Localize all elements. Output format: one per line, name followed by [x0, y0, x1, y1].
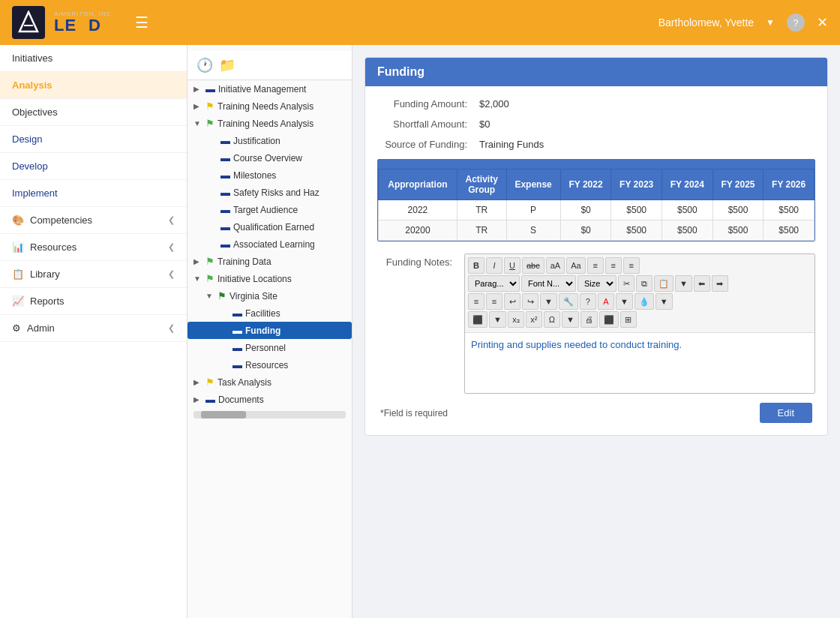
- print-button[interactable]: 🖨: [580, 311, 598, 328]
- sidebar-item-reports[interactable]: 📈 Reports: [0, 288, 187, 315]
- table-dropdown[interactable]: ▼: [489, 311, 506, 328]
- editor-content[interactable]: Printing and supplies needed to conduct …: [465, 333, 814, 393]
- col-fy2022: FY 2022: [560, 170, 611, 200]
- cell-appropriation-2: 20200: [379, 220, 458, 241]
- size-select[interactable]: Size: [578, 275, 616, 292]
- flag-icon: ⚑: [206, 118, 214, 129]
- redo-button[interactable]: ↪: [522, 293, 538, 310]
- tree-node-resources[interactable]: ▬ Resources: [188, 356, 352, 374]
- unordered-list-button[interactable]: ≡: [468, 293, 484, 310]
- font-select[interactable]: Font N...: [521, 275, 576, 292]
- sidebar-label-library: Library: [30, 268, 60, 280]
- user-dropdown-icon[interactable]: ▼: [766, 17, 775, 28]
- sidebar-item-competencies[interactable]: 🎨 Competencies ❮: [0, 207, 187, 234]
- tree-node-facilities[interactable]: ▬ Facilities: [188, 304, 352, 322]
- superscript-button[interactable]: x²: [526, 311, 542, 328]
- tree-node-initiative-mgmt[interactable]: ▶ ▬ Initiative Management: [188, 80, 352, 98]
- underline-button[interactable]: U: [504, 257, 520, 274]
- italic-button[interactable]: I: [486, 257, 502, 274]
- cell-fy25-2: $500: [712, 220, 764, 241]
- funding-table: Appropriation ActivityGroup Expense FY 2…: [378, 169, 814, 241]
- arrow-dropdown-button[interactable]: ▼: [540, 293, 557, 310]
- ordered-list-button[interactable]: ≡: [486, 293, 502, 310]
- copy-button[interactable]: ⧉: [636, 275, 652, 292]
- uppercase-button[interactable]: aA: [546, 257, 565, 274]
- hamburger-button[interactable]: ☰: [135, 14, 148, 32]
- tree-node-funding[interactable]: ▬ Funding: [188, 322, 352, 339]
- symbol-button[interactable]: Ω: [544, 311, 560, 328]
- doc-icon: ▬: [220, 238, 230, 250]
- sidebar-item-initiatives[interactable]: Initiatives: [0, 45, 187, 72]
- tree-node-target-audience[interactable]: ▬ Target Audience: [188, 201, 352, 218]
- tree-node-personnel[interactable]: ▬ Personnel: [188, 339, 352, 356]
- folder-icon[interactable]: 📁: [219, 57, 236, 74]
- tree-node-qual-earned[interactable]: ▬ Qualification Earned: [188, 218, 352, 236]
- paste-button[interactable]: 📋: [654, 275, 674, 292]
- indent-left-button[interactable]: ⬅: [694, 275, 710, 292]
- hr-button[interactable]: ⊞: [620, 311, 637, 328]
- lead-logo-a: A: [76, 17, 88, 34]
- tree-node-init-locations[interactable]: ▼ ⚑ Initiative Locations: [188, 270, 352, 287]
- undo-button[interactable]: ↩: [504, 293, 520, 310]
- tree-node-assoc-learning[interactable]: ▬ Associated Learning: [188, 236, 352, 253]
- paste-dropdown-button[interactable]: ▼: [675, 275, 692, 292]
- sidebar-item-library[interactable]: 📋 Library ❮: [0, 261, 187, 288]
- node-label-safety-risks: Safety Risks and Haz: [233, 188, 320, 198]
- expand-icon: ▼: [194, 119, 202, 128]
- tree-node-justification[interactable]: ▬ Justification: [188, 132, 352, 149]
- flag-icon: ⚑: [206, 376, 214, 388]
- table-button[interactable]: ⬛: [468, 311, 488, 328]
- highlight-dropdown[interactable]: ▼: [656, 293, 673, 310]
- cell-fy23-2: $500: [611, 220, 662, 241]
- tree-node-task-analysis[interactable]: ▶ ⚑ Task Analysis: [188, 374, 352, 391]
- special-char-button[interactable]: ⬛: [599, 311, 619, 328]
- highlight-button[interactable]: 💧: [634, 293, 654, 310]
- help-button[interactable]: ?: [580, 293, 596, 310]
- edit-button[interactable]: Edit: [760, 403, 812, 423]
- subscript-button[interactable]: x₂: [508, 311, 524, 328]
- tree-node-course-overview[interactable]: ▬ Course Overview: [188, 149, 352, 166]
- help-icon[interactable]: ?: [787, 14, 805, 32]
- node-label-documents: Documents: [218, 394, 264, 405]
- font-color-button[interactable]: A: [598, 293, 614, 310]
- history-icon[interactable]: 🕐: [196, 57, 213, 74]
- tree-node-documents[interactable]: ▶ ▬ Documents: [188, 391, 352, 408]
- sidebar-item-develop[interactable]: Develop: [0, 153, 187, 180]
- tree-node-tna2[interactable]: ▼ ⚑ Training Needs Analysis: [188, 115, 352, 132]
- sidebar-item-resources[interactable]: 📊 Resources ❮: [0, 234, 187, 261]
- node-label-milestones: Milestones: [233, 170, 276, 181]
- tree-node-training-data[interactable]: ▶ ⚑ Training Data: [188, 253, 352, 270]
- user-name[interactable]: Bartholomew, Yvette: [658, 16, 754, 28]
- strikethrough-button[interactable]: abc: [522, 257, 544, 274]
- main-layout: Initiatives Analysis Objectives Design D…: [0, 45, 840, 618]
- font-color-dropdown[interactable]: ▼: [616, 293, 633, 310]
- paragraph-select[interactable]: Parag...: [468, 275, 520, 292]
- toolbar-row-2: Parag... Font N... Size ✂ ⧉ 📋 ▼ ⬅ ➡: [468, 275, 812, 292]
- align-center-button[interactable]: ≡: [605, 257, 622, 274]
- sidebar-item-admin[interactable]: ⚙ Admin ❮: [0, 315, 187, 342]
- align-right-button[interactable]: ≡: [623, 257, 640, 274]
- tree-scrollbar-x[interactable]: [194, 411, 346, 418]
- tree-node-safety-risks[interactable]: ▬ Safety Risks and Haz: [188, 184, 352, 201]
- tree-node-milestones[interactable]: ▬ Milestones: [188, 166, 352, 184]
- cut-button[interactable]: ✂: [618, 275, 634, 292]
- indent-right-button[interactable]: ➡: [712, 275, 728, 292]
- capitalize-button[interactable]: Aa: [566, 257, 585, 274]
- col-fy2024: FY 2024: [662, 170, 713, 200]
- align-left-button[interactable]: ≡: [587, 257, 604, 274]
- symbol-dropdown[interactable]: ▼: [562, 311, 579, 328]
- sidebar-item-objectives[interactable]: Objectives: [0, 99, 187, 126]
- tree-node-virginia-site[interactable]: ▼ ⚑ Virginia Site: [188, 287, 352, 304]
- cell-appropriation-1: 2022: [379, 200, 458, 220]
- format-button[interactable]: 🔧: [559, 293, 578, 310]
- sidebar-item-analysis[interactable]: Analysis: [0, 72, 187, 99]
- tree-node-tna1[interactable]: ▶ ⚑ Training Needs Analysis: [188, 98, 352, 115]
- settings-icon[interactable]: ✕: [817, 14, 828, 31]
- cell-fy24-1: $500: [662, 200, 713, 220]
- sidebar-item-design[interactable]: Design: [0, 126, 187, 153]
- bold-button[interactable]: B: [468, 257, 484, 274]
- sidebar-item-implement[interactable]: Implement: [0, 180, 187, 207]
- sidebar-label-implement: Implement: [12, 188, 58, 199]
- flag-icon: ⚑: [206, 100, 214, 112]
- toolbar-row-1: B I U abc aA Aa ≡ ≡ ≡: [468, 257, 812, 274]
